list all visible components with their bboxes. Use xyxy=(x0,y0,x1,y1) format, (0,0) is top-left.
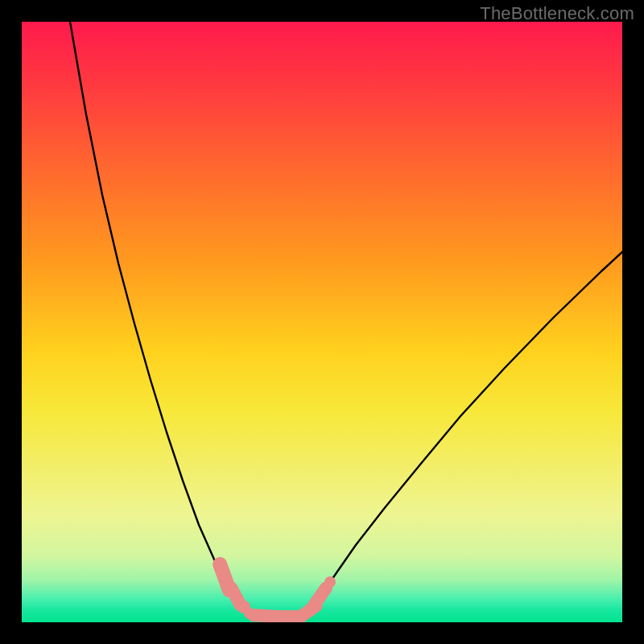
chart-frame: TheBottleneck.com xyxy=(0,0,644,644)
curve-layer xyxy=(22,22,622,622)
data-marker xyxy=(324,576,336,588)
data-marker xyxy=(313,588,326,607)
plot-area xyxy=(22,22,622,622)
bottleneck-curve xyxy=(70,22,622,617)
data-marker xyxy=(231,588,240,605)
watermark-text: TheBottleneck.com xyxy=(480,3,634,24)
